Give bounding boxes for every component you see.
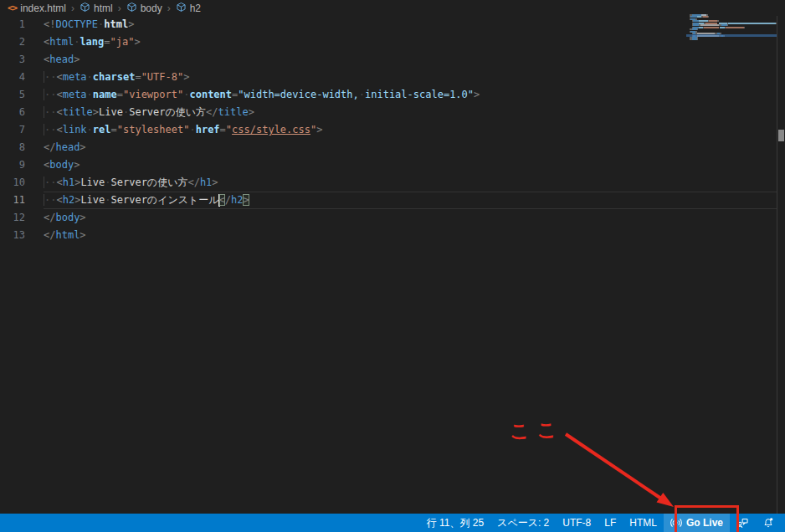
code-token: < bbox=[219, 194, 225, 206]
breadcrumb-item-file[interactable]: <>index.html bbox=[8, 3, 66, 14]
status-item-label: HTML bbox=[629, 517, 657, 529]
code-token: < bbox=[56, 176, 62, 188]
code-token: > bbox=[80, 141, 85, 153]
status-item-language-mode[interactable]: HTML bbox=[623, 514, 664, 532]
code-token: " bbox=[226, 124, 232, 136]
status-item-label: LF bbox=[604, 517, 616, 529]
code-token: = bbox=[220, 124, 226, 136]
code-line[interactable]: 12</body> bbox=[0, 209, 777, 227]
status-item-line-col[interactable]: 行 11、列 25 bbox=[420, 514, 490, 532]
code-token: title bbox=[63, 106, 93, 118]
breadcrumb-separator: › bbox=[167, 3, 171, 14]
status-item-go-live[interactable]: Go Live bbox=[664, 514, 730, 532]
code-line-content: ··<h1>Live·Serverの使い方</h1> bbox=[25, 174, 218, 192]
line-number[interactable]: 10 bbox=[0, 174, 25, 192]
status-item-encoding[interactable]: UTF-8 bbox=[556, 514, 598, 532]
status-item-eol[interactable]: LF bbox=[598, 514, 623, 532]
line-number[interactable]: 5 bbox=[0, 86, 25, 104]
line-number[interactable]: 3 bbox=[0, 51, 25, 69]
code-token: </ bbox=[206, 106, 218, 118]
indent-guide: ·· bbox=[44, 194, 56, 206]
annotation-label: ここ bbox=[509, 417, 564, 444]
code-line[interactable]: 13</html> bbox=[0, 227, 777, 244]
breadcrumb-item-html[interactable]: html bbox=[80, 2, 113, 15]
status-item-notifications[interactable] bbox=[756, 514, 781, 532]
line-number[interactable]: 8 bbox=[0, 139, 25, 156]
status-item-label: UTF-8 bbox=[562, 517, 591, 529]
code-token: </ bbox=[44, 141, 55, 153]
status-item-label: Go Live bbox=[686, 517, 723, 529]
code-token: < bbox=[56, 106, 62, 118]
html-file-icon: <> bbox=[8, 3, 17, 13]
code-line-content: <head> bbox=[25, 51, 80, 69]
code-line[interactable]: 4··<meta·charset="UTF-8"> bbox=[0, 69, 777, 86]
code-line-content: <!DOCTYPE·html> bbox=[25, 16, 134, 33]
overview-ruler[interactable] bbox=[777, 16, 785, 514]
breadcrumb-item-h2[interactable]: h2 bbox=[176, 2, 201, 15]
code-line[interactable]: 8</head> bbox=[0, 139, 777, 156]
code-token: meta· bbox=[63, 89, 93, 100]
code-token: "ja" bbox=[110, 36, 135, 48]
line-number[interactable]: 12 bbox=[0, 209, 25, 227]
code-line-content: </html> bbox=[25, 227, 86, 244]
breadcrumb-item-body[interactable]: body bbox=[126, 2, 162, 15]
code-token: body bbox=[55, 212, 80, 223]
code-line-content: ··<title>Live·Serverの使い方</title> bbox=[25, 104, 254, 121]
line-number[interactable]: 13 bbox=[0, 227, 25, 244]
code-token: > bbox=[74, 54, 80, 65]
status-bar: 行 11、列 25スペース: 2UTF-8LFHTMLGo Live bbox=[0, 514, 785, 532]
code-token: body bbox=[49, 159, 74, 171]
code-token: < bbox=[56, 89, 62, 100]
line-number[interactable]: 6 bbox=[0, 104, 25, 121]
line-number[interactable]: 4 bbox=[0, 69, 25, 86]
code-line-content: </body> bbox=[25, 209, 86, 227]
minimap[interactable] bbox=[686, 14, 777, 48]
code-token: </ bbox=[44, 212, 55, 223]
code-token: > bbox=[474, 89, 480, 100]
status-item-feedback[interactable] bbox=[730, 514, 756, 532]
code-line[interactable]: 2<html·lang="ja"> bbox=[0, 33, 777, 51]
line-number[interactable]: 9 bbox=[0, 156, 25, 174]
indent-guide: ·· bbox=[44, 71, 56, 83]
overview-ruler-marker bbox=[778, 130, 784, 141]
code-line[interactable]: 7··<link·rel="stylesheet"·href="css/styl… bbox=[0, 121, 777, 139]
minimap-active-line bbox=[686, 34, 777, 37]
code-token: meta· bbox=[63, 71, 93, 83]
code-token: > bbox=[134, 36, 140, 48]
code-token: charset bbox=[93, 71, 136, 83]
code-line[interactable]: 1<!DOCTYPE·html> bbox=[0, 16, 777, 33]
code-token: <! bbox=[44, 18, 55, 30]
code-token: > bbox=[74, 159, 80, 171]
line-number[interactable]: 2 bbox=[0, 33, 25, 51]
code-token: </ bbox=[187, 176, 199, 188]
breadcrumb-separator: › bbox=[71, 3, 74, 14]
code-editor[interactable]: 1<!DOCTYPE·html>2<html·lang="ja">3<head>… bbox=[0, 16, 777, 244]
code-line[interactable]: 9<body> bbox=[0, 156, 777, 174]
code-token: > bbox=[212, 176, 218, 188]
code-line[interactable]: 5··<meta·name="viewport"·content="width=… bbox=[0, 86, 777, 104]
status-item-indentation[interactable]: スペース: 2 bbox=[490, 514, 556, 532]
code-token: css/style.css bbox=[232, 124, 310, 136]
code-line[interactable]: 10··<h1>Live·Serverの使い方</h1> bbox=[0, 174, 777, 192]
code-token: / bbox=[225, 194, 231, 206]
code-token: > bbox=[128, 18, 134, 30]
code-token: h2 bbox=[63, 194, 74, 206]
code-token: < bbox=[56, 71, 62, 83]
code-line[interactable]: 6··<title>Live·Serverの使い方</title> bbox=[0, 104, 777, 121]
code-token: link· bbox=[63, 124, 93, 136]
code-token: h1 bbox=[63, 176, 74, 188]
code-token: content bbox=[189, 89, 232, 100]
line-number[interactable]: 1 bbox=[0, 16, 25, 33]
symbol-cube-icon bbox=[176, 2, 187, 15]
code-line-content: ··<h2>Live·Serverのインストール</h2> bbox=[25, 192, 249, 209]
bell-icon bbox=[762, 517, 774, 529]
code-line[interactable]: 11··<h2>Live·Serverのインストール</h2> bbox=[0, 192, 777, 209]
line-number[interactable]: 7 bbox=[0, 121, 25, 139]
vscode-window: <>index.html›html›body›h2 1<!DOCTYPE·htm… bbox=[0, 0, 785, 532]
code-token: html· bbox=[49, 36, 80, 48]
code-token: = bbox=[111, 124, 117, 136]
code-token: = bbox=[117, 89, 123, 100]
code-token: href bbox=[196, 124, 220, 136]
line-number[interactable]: 11 bbox=[0, 192, 25, 209]
code-line[interactable]: 3<head> bbox=[0, 51, 777, 69]
